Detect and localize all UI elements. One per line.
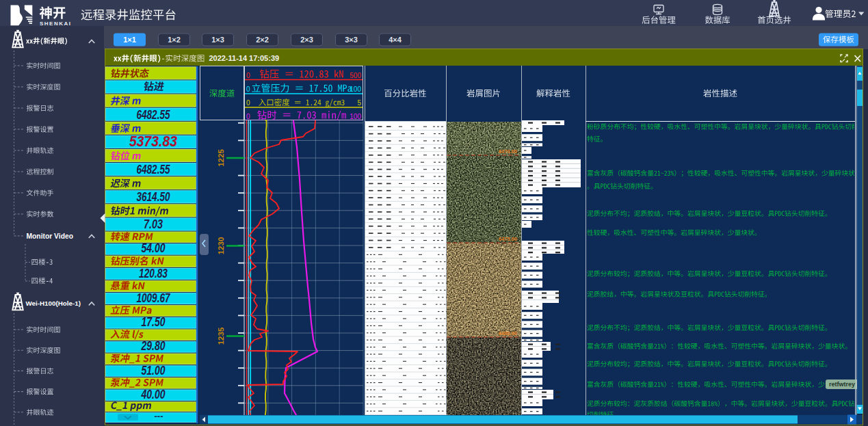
svg-text:1009.67: 1009.67 xyxy=(137,291,171,305)
svg-text:6482.55: 6482.55 xyxy=(137,163,171,176)
svg-text:6475.00: 6475.00 xyxy=(499,236,517,242)
svg-text:40.00: 40.00 xyxy=(141,388,166,401)
svg-text:17.50: 17.50 xyxy=(142,315,166,329)
svg-text:5: 5 xyxy=(357,99,361,107)
svg-text:6482.55: 6482.55 xyxy=(137,108,171,122)
svg-text:2022-11-14 17:05:39: 2022-11-14 17:05:39 xyxy=(209,54,279,62)
svg-text:0: 0 xyxy=(246,113,250,120)
svg-text:100: 100 xyxy=(350,113,361,120)
svg-text:51.00: 51.00 xyxy=(142,364,166,377)
svg-text:6480.00: 6480.00 xyxy=(499,330,517,336)
svg-text:Wei-H100(Hole-1): Wei-H100(Hole-1) xyxy=(26,299,81,307)
svg-text:2×3: 2×3 xyxy=(300,36,313,44)
svg-text:SHENKAI: SHENKAI xyxy=(40,21,72,27)
svg-text:4×4: 4×4 xyxy=(389,36,402,44)
svg-text:1225: 1225 xyxy=(217,149,225,167)
svg-text:7.03: 7.03 xyxy=(144,217,163,231)
svg-text:0: 0 xyxy=(246,72,250,79)
svg-text:500: 500 xyxy=(350,72,361,79)
svg-text:1×2: 1×2 xyxy=(168,36,181,44)
svg-text:0: 0 xyxy=(246,85,250,93)
svg-text:54.00: 54.00 xyxy=(142,241,166,255)
svg-text:1×1: 1×1 xyxy=(123,36,136,44)
svg-text:1230: 1230 xyxy=(217,237,225,255)
svg-text:0: 0 xyxy=(246,99,250,107)
svg-text:6470.00: 6470.00 xyxy=(499,148,517,155)
svg-text:---: --- xyxy=(155,411,163,421)
svg-text:2×2: 2×2 xyxy=(256,36,269,44)
svg-text:3×3: 3×3 xyxy=(345,36,358,44)
svg-text:5373.83: 5373.83 xyxy=(129,133,177,150)
svg-text:3614.50: 3614.50 xyxy=(137,190,170,204)
svg-text:Monitor Video: Monitor Video xyxy=(27,232,73,240)
svg-text:1×3: 1×3 xyxy=(211,36,224,44)
svg-text:120.83: 120.83 xyxy=(139,267,168,280)
svg-text:retfwtrey: retfwtrey xyxy=(829,381,855,388)
svg-text:1235: 1235 xyxy=(217,327,225,345)
svg-text:100: 100 xyxy=(350,85,361,93)
svg-text:29.80: 29.80 xyxy=(141,339,166,353)
